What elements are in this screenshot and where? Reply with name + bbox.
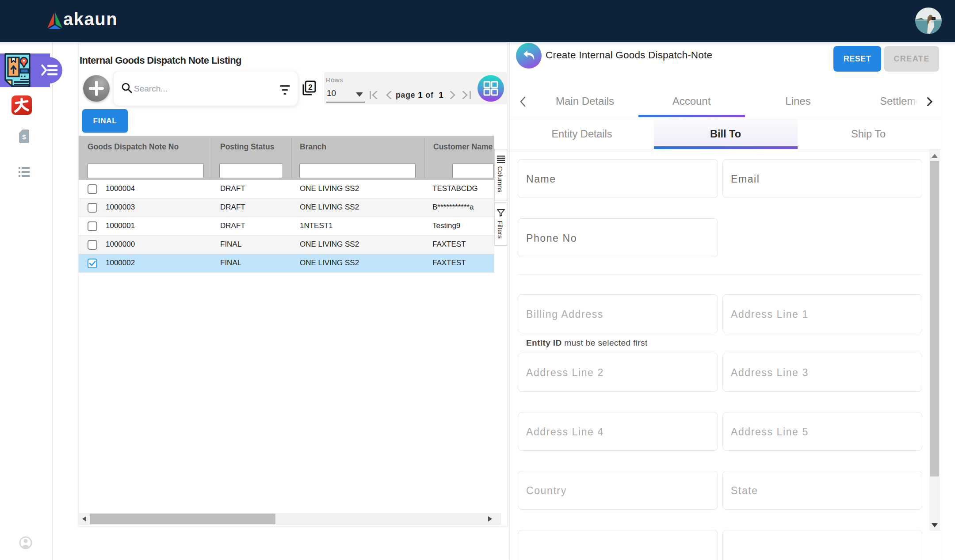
svg-text:2: 2 xyxy=(308,83,312,91)
svg-text:$: $ xyxy=(22,133,26,141)
